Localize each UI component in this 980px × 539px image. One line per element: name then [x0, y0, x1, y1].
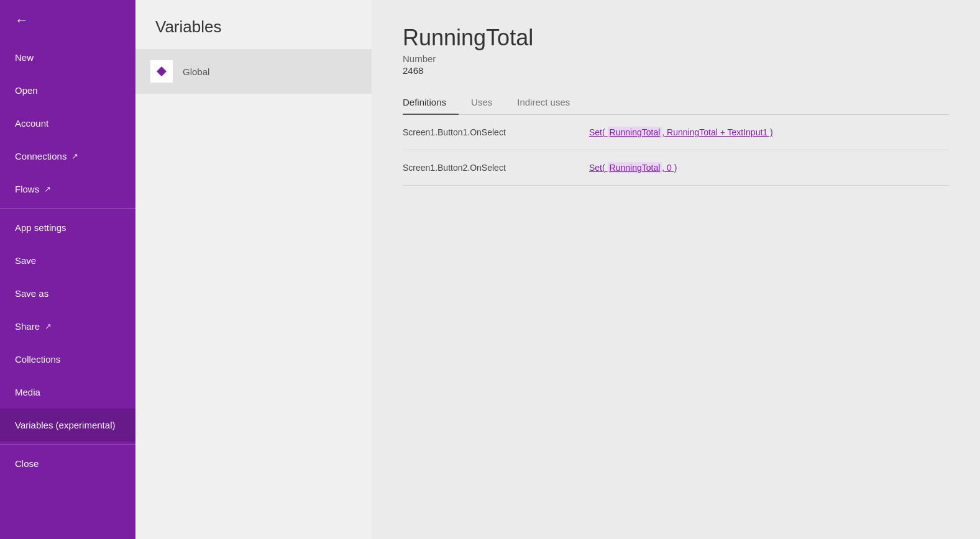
sidebar: ← New Open Account Connections ↗ Flows ↗… — [0, 0, 135, 539]
formula-suffix-1: , RunningTotal + TextInput1 ) — [662, 127, 772, 137]
sidebar-item-label-open: Open — [15, 85, 38, 96]
external-link-icon: ↗ — [45, 322, 52, 331]
global-icon — [150, 60, 173, 83]
def-formula-2[interactable]: Set( RunningTotal, 0 ) — [589, 163, 677, 173]
sidebar-item-label-account: Account — [15, 118, 48, 129]
sidebar-item-save-as[interactable]: Save as — [0, 277, 135, 310]
sidebar-item-save[interactable]: Save — [0, 244, 135, 277]
tab-definitions[interactable]: Definitions — [403, 91, 459, 115]
tab-uses[interactable]: Uses — [471, 91, 505, 115]
sidebar-item-connections[interactable]: Connections ↗ — [0, 140, 135, 173]
def-formula-1[interactable]: Set( RunningTotal, RunningTotal + TextIn… — [589, 127, 773, 137]
formula-prefix-2: Set( — [589, 163, 608, 173]
back-arrow-icon: ← — [15, 12, 29, 29]
sidebar-item-label-flows: Flows — [15, 184, 39, 194]
diamond-icon — [155, 65, 168, 78]
sidebar-item-flows[interactable]: Flows ↗ — [0, 173, 135, 206]
sidebar-item-label-new: New — [15, 52, 34, 63]
variable-value: 2468 — [403, 65, 949, 76]
formula-highlight-2: RunningTotal — [608, 162, 662, 173]
formula-suffix-2: , 0 ) — [662, 163, 677, 173]
sidebar-item-label-app-settings: App settings — [15, 222, 66, 233]
sidebar-item-label-collections: Collections — [15, 354, 60, 365]
variable-type: Number — [403, 53, 949, 64]
sidebar-item-label-connections: Connections — [15, 151, 66, 161]
def-location-2: Screen1.Button2.OnSelect — [403, 163, 564, 173]
sidebar-item-open[interactable]: Open — [0, 74, 135, 107]
panel-title: Variables — [135, 0, 372, 49]
sidebar-item-label-variables: Variables (experimental) — [15, 420, 115, 430]
sidebar-item-app-settings[interactable]: App settings — [0, 211, 135, 244]
external-link-icon: ↗ — [71, 152, 78, 161]
sidebar-item-variables[interactable]: Variables (experimental) — [0, 409, 135, 442]
svg-marker-0 — [157, 66, 167, 76]
global-label: Global — [183, 66, 209, 77]
def-location-1: Screen1.Button1.OnSelect — [403, 127, 564, 137]
sidebar-item-label-save-as: Save as — [15, 288, 48, 299]
sidebar-item-label-share: Share — [15, 321, 40, 332]
sidebar-divider-2 — [0, 444, 135, 445]
variable-name: RunningTotal — [403, 25, 949, 51]
main-content: RunningTotal Number 2468 Definitions Use… — [372, 0, 980, 539]
sidebar-item-close[interactable]: Close — [0, 447, 135, 480]
tabs-row: Definitions Uses Indirect uses — [403, 91, 949, 115]
sidebar-divider — [0, 208, 135, 209]
sidebar-item-label-media: Media — [15, 387, 40, 397]
global-item[interactable]: Global — [135, 49, 372, 94]
sidebar-item-label-close: Close — [15, 458, 39, 469]
formula-highlight-1: RunningTotal — [608, 127, 662, 138]
sidebar-item-account[interactable]: Account — [0, 107, 135, 140]
sidebar-item-share[interactable]: Share ↗ — [0, 310, 135, 343]
middle-panel: Variables Global — [135, 0, 372, 539]
table-row: Screen1.Button1.OnSelect Set( RunningTot… — [403, 115, 949, 150]
sidebar-item-media[interactable]: Media — [0, 376, 135, 409]
sidebar-item-label-save: Save — [15, 255, 36, 266]
back-button[interactable]: ← — [0, 0, 135, 41]
formula-prefix-1: Set( — [589, 127, 608, 137]
tab-indirect-uses[interactable]: Indirect uses — [517, 91, 582, 115]
table-row: Screen1.Button2.OnSelect Set( RunningTot… — [403, 150, 949, 186]
sidebar-item-collections[interactable]: Collections — [0, 343, 135, 376]
external-link-icon: ↗ — [44, 184, 51, 194]
definitions-table: Screen1.Button1.OnSelect Set( RunningTot… — [403, 115, 949, 186]
sidebar-item-new[interactable]: New — [0, 41, 135, 74]
